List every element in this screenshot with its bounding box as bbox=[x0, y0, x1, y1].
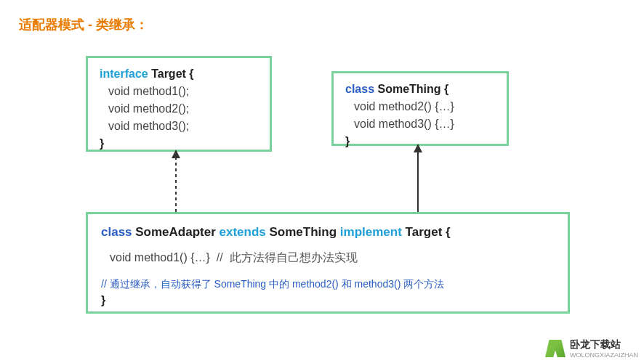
target-method1: void method1(); bbox=[100, 83, 258, 100]
adapter-box: class SomeAdapter extends SomeThing impl… bbox=[86, 212, 570, 314]
watermark-en: WOLONGXIAZAIZHAN bbox=[570, 351, 638, 359]
adapter-method1: void method1() {…} // 此方法得自己想办法实现 bbox=[101, 249, 555, 266]
keyword-implement: implement bbox=[340, 225, 402, 239]
open-brace: { bbox=[446, 225, 451, 239]
something-name: SomeThing bbox=[378, 83, 445, 95]
something-box: class SomeThing { void method2() {…} voi… bbox=[331, 71, 509, 146]
target-method3: void method3(); bbox=[100, 118, 258, 135]
adapter-parent: SomeThing bbox=[270, 225, 340, 239]
dashed-arrow-implements bbox=[169, 150, 183, 213]
target-box: interface Target { void method1(); void … bbox=[86, 56, 272, 152]
watermark: 卧龙下载站 WOLONGXIAZAIZHAN bbox=[545, 338, 638, 359]
keyword-class: class bbox=[345, 83, 374, 95]
close-brace: } bbox=[101, 292, 555, 309]
open-brace: { bbox=[444, 83, 448, 95]
adapter-comment-inherit: // 通过继承，自动获得了 SomeThing 中的 method2() 和 m… bbox=[101, 277, 555, 292]
watermark-logo-icon bbox=[545, 340, 565, 357]
something-decl: class SomeThing { bbox=[345, 81, 495, 98]
target-decl: interface Target { bbox=[100, 65, 258, 83]
target-method2: void method2(); bbox=[100, 100, 258, 118]
svg-marker-2 bbox=[172, 150, 180, 158]
something-method3: void method3() {…} bbox=[345, 115, 495, 133]
keyword-interface: interface bbox=[100, 68, 148, 80]
keyword-class: class bbox=[101, 225, 132, 239]
open-brace: { bbox=[189, 68, 193, 80]
keyword-extends: extends bbox=[220, 225, 266, 239]
adapter-iface: Target bbox=[406, 225, 446, 239]
svg-marker-4 bbox=[414, 144, 422, 152]
watermark-cn: 卧龙下载站 bbox=[570, 338, 638, 351]
something-method2: void method2() {…} bbox=[345, 98, 495, 115]
solid-arrow-extends bbox=[411, 144, 425, 213]
adapter-name: SomeAdapter bbox=[135, 225, 219, 239]
diagram-title: 适配器模式 - 类继承： bbox=[19, 16, 148, 33]
adapter-decl: class SomeAdapter extends SomeThing impl… bbox=[101, 223, 555, 242]
target-name: Target bbox=[151, 68, 189, 80]
